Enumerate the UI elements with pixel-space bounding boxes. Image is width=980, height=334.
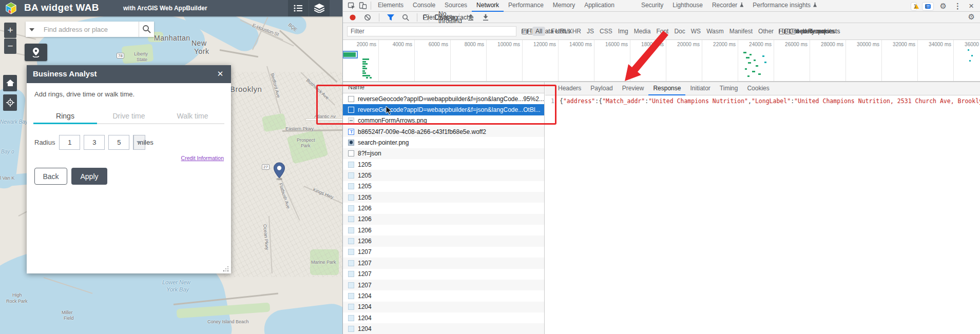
request-type-chip[interactable]: WS [691,28,701,35]
timeline-tick: 18000 ms [630,40,666,81]
business-analyst-widget-button[interactable] [25,44,47,61]
apply-button[interactable]: Apply [71,168,107,185]
request-type-chip[interactable]: Other [758,28,774,35]
request-type-chip[interactable]: Media [634,28,651,35]
settings-gear-button[interactable]: ⚙ [939,2,948,11]
radius-input-2[interactable] [84,135,105,150]
network-request-row[interactable]: 1204 [343,323,544,334]
devtools-tab[interactable]: Performance insights [748,0,821,12]
issues-badge[interactable]: 1 [922,2,934,11]
devtools-tab[interactable]: Performance [504,0,548,12]
radius-input-3[interactable] [108,135,129,150]
network-request-row[interactable]: 1205 [343,192,544,203]
request-detail-tab[interactable]: Preview [618,82,649,95]
devtools-tab[interactable]: Console [408,0,440,12]
network-request-row[interactable]: 1206 [343,225,544,235]
device-toolbar-button[interactable] [357,1,369,11]
timeline-tick: 34000 ms [918,40,954,81]
zoom-in-button[interactable]: + [4,23,16,38]
panel-tab[interactable]: Rings [33,110,97,123]
request-name: 1204 [358,315,372,322]
request-type-icon [348,238,354,244]
credit-information-link[interactable]: Credit Information [181,155,224,161]
network-request-row[interactable]: b86524f7-009e-4c08-a266-c43f1fb68e5e.wof… [343,126,544,137]
devtools-tab[interactable]: Network [472,0,504,12]
back-button[interactable]: Back [34,168,67,185]
warnings-badge[interactable]: 1 [911,2,917,11]
divider [379,13,379,22]
radius-input-1[interactable] [59,135,80,150]
location-pin-marker[interactable] [273,162,285,181]
request-detail-tab[interactable]: Timing [715,82,743,95]
home-extent-button[interactable] [3,75,17,91]
close-devtools-button[interactable]: × [968,2,975,11]
panel-tab[interactable]: Walk time [161,110,224,123]
devtools-tab[interactable]: Recorder [707,0,748,12]
network-request-row[interactable]: reverseGeocode?appID=webappbuilder&f=jso… [343,104,544,115]
search-requests-button[interactable] [400,12,411,23]
clear-button[interactable] [362,12,373,23]
network-request-row[interactable]: 1205 [343,181,544,192]
request-type-chip[interactable]: Wasm [706,28,724,35]
export-har-button[interactable] [480,12,491,23]
devtools-tab[interactable]: Security [637,0,668,12]
request-detail-tab[interactable]: Response [648,82,685,95]
network-request-row[interactable]: search-pointer.png [343,137,544,148]
request-detail-tab[interactable]: Headers [553,82,586,95]
response-body[interactable]: 1 {"address":{"Match_addr":"United Champ… [545,95,980,334]
search-source-dropdown[interactable] [26,22,40,37]
devtools-tab[interactable]: Application [580,0,619,12]
request-type-chip[interactable]: Doc [674,28,685,35]
zoom-out-button[interactable]: − [4,38,16,54]
request-type-chip[interactable]: Font [656,28,668,35]
kebab-menu-button[interactable]: ⋮ [953,2,963,11]
network-request-row[interactable]: reverseGeocode?appID=webappbuilder&f=jso… [343,93,544,104]
search-button[interactable] [139,22,154,37]
request-type-chip[interactable]: CSS [600,28,612,35]
record-button[interactable] [347,12,358,23]
request-type-chip[interactable]: Manifest [729,28,753,35]
network-request-row[interactable]: 1206 [343,235,544,246]
network-timeline-overview[interactable]: 2000 ms4000 ms6000 ms8000 ms10000 ms1200… [343,40,980,82]
layers-button[interactable] [309,0,330,16]
network-request-row[interactable]: 1207 [343,258,544,268]
close-panel-button[interactable]: ✕ [215,68,226,80]
request-type-chip[interactable]: JS [587,28,594,35]
network-request-row[interactable]: 8?f=json [343,148,544,159]
request-detail-tab[interactable]: Payload [586,82,617,95]
devtools-tab[interactable]: Memory [548,0,580,12]
devtools-tab[interactable]: Elements [373,0,408,12]
name-column-header[interactable]: Name [343,82,544,93]
network-request-row[interactable]: 1207 [343,247,544,258]
inspect-element-button[interactable] [346,1,357,11]
network-request-row[interactable]: 1204 [343,312,544,323]
network-request-row[interactable]: 1205 [343,170,544,181]
app-header: BA widget WAB with ArcGIS Web AppBuilder [0,0,342,16]
request-detail-tab[interactable]: Cookies [742,82,774,95]
network-request-row[interactable]: 1204 [343,290,544,301]
network-request-row[interactable]: commonFormArrows.png [343,115,544,126]
network-request-row[interactable]: 1206 [343,203,544,213]
network-request-row[interactable]: 1204 [343,302,544,312]
network-request-row[interactable]: 1207 [343,269,544,280]
request-type-chip[interactable]: All [532,27,545,36]
devtools-tab[interactable]: Lighthouse [668,0,707,12]
panel-tab[interactable]: Drive time [97,110,161,123]
legend-button[interactable] [288,0,309,16]
network-request-row[interactable]: 1206 [343,214,544,225]
search-input[interactable] [40,22,139,37]
import-har-button[interactable] [465,12,476,23]
panel-resize-handle[interactable] [222,265,229,272]
waterfall-activity [362,75,370,76]
request-detail-tab[interactable]: Initiator [685,82,715,95]
network-conditions-button[interactable] [442,12,453,23]
unit-select[interactable]: miles [133,135,145,150]
request-type-chip[interactable]: Img [618,28,628,35]
filter-input[interactable] [347,26,516,36]
network-request-row[interactable]: 1205 [343,159,544,170]
network-request-row[interactable]: 1207 [343,280,544,290]
network-settings-gear-button[interactable]: ⚙ [967,12,976,22]
filter-toggle-button[interactable] [385,12,396,23]
my-location-button[interactable] [3,94,17,111]
request-type-chip[interactable]: Fetch/XHR [551,28,581,35]
